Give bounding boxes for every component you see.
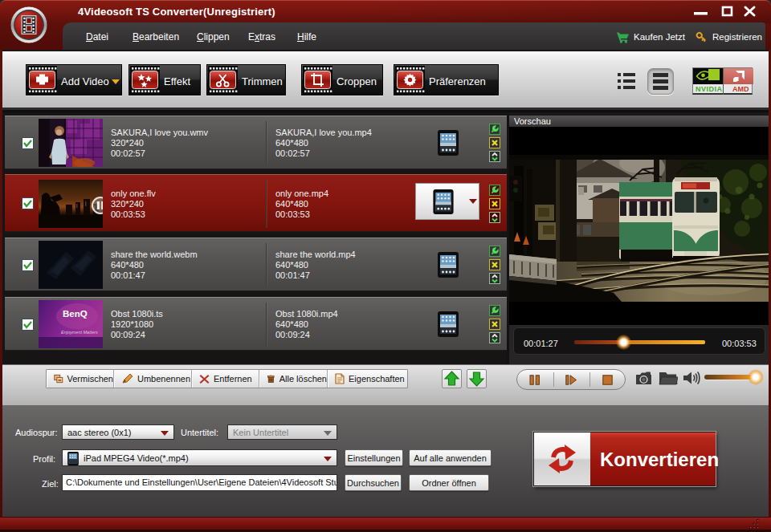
svg-text:Enjoyment Matters: Enjoyment Matters <box>61 330 98 335</box>
svg-text:BenQ: BenQ <box>63 309 88 319</box>
